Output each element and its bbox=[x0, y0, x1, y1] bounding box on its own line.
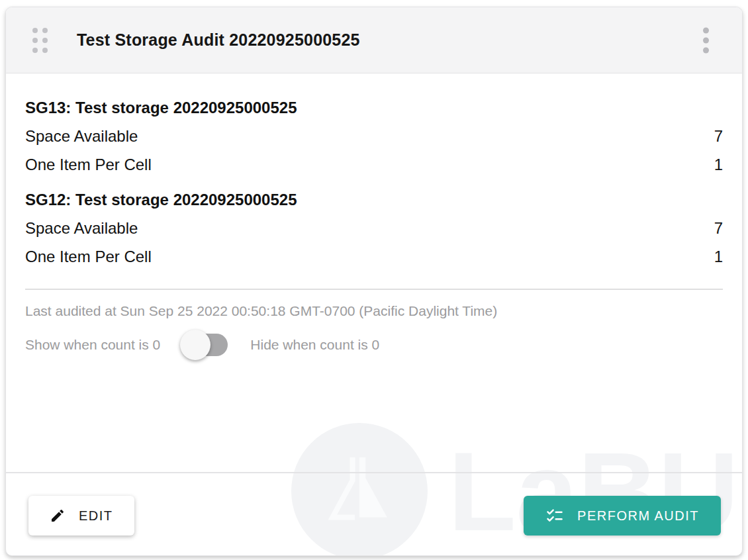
count-value: 7 bbox=[714, 214, 723, 242]
drag-handle-icon[interactable] bbox=[32, 28, 48, 53]
count-visibility-switch[interactable] bbox=[184, 334, 228, 356]
count-row: Space Available 7 bbox=[25, 122, 723, 150]
content-divider bbox=[25, 289, 723, 290]
edit-button-label: EDIT bbox=[79, 508, 113, 524]
footer-divider bbox=[6, 472, 742, 473]
storage-audit-card: LaBU Test Storage Audit 20220925000525 S… bbox=[5, 7, 743, 556]
count-label: Space Available bbox=[25, 214, 138, 242]
checklist-icon bbox=[545, 506, 564, 525]
count-row: One Item Per Cell 1 bbox=[25, 242, 723, 271]
count-label: One Item Per Cell bbox=[25, 242, 152, 271]
watermark-circle bbox=[291, 423, 428, 556]
count-label: Space Available bbox=[25, 122, 138, 150]
kebab-menu-icon[interactable] bbox=[699, 23, 713, 57]
count-row: Space Available 7 bbox=[25, 214, 723, 242]
count-visibility-toggle-row: Show when count is 0 Hide when count is … bbox=[25, 329, 723, 361]
storage-group-section: SG13: Test storage 20220925000525 Space … bbox=[25, 93, 723, 179]
last-audited-text: Last audited at Sun Sep 25 2022 00:50:18… bbox=[25, 303, 723, 320]
flask-icon bbox=[321, 453, 398, 530]
card-title: Test Storage Audit 20220925000525 bbox=[77, 30, 360, 50]
toggle-left-label: Show when count is 0 bbox=[25, 337, 160, 353]
perform-audit-button[interactable]: PERFORM AUDIT bbox=[524, 496, 721, 536]
toggle-right-label: Hide when count is 0 bbox=[250, 337, 379, 353]
count-value: 1 bbox=[714, 150, 723, 179]
count-value: 7 bbox=[714, 122, 723, 150]
section-heading: SG13: Test storage 20220925000525 bbox=[25, 93, 723, 122]
card-body: SG13: Test storage 20220925000525 Space … bbox=[6, 73, 742, 361]
count-label: One Item Per Cell bbox=[25, 150, 152, 179]
count-row: One Item Per Cell 1 bbox=[25, 150, 723, 179]
switch-thumb[interactable] bbox=[180, 330, 210, 360]
perform-audit-button-label: PERFORM AUDIT bbox=[577, 508, 699, 524]
section-heading: SG12: Test storage 20220925000525 bbox=[25, 185, 723, 214]
count-value: 1 bbox=[714, 242, 723, 271]
card-header: Test Storage Audit 20220925000525 bbox=[6, 7, 742, 73]
edit-button[interactable]: EDIT bbox=[28, 496, 134, 536]
storage-group-section: SG12: Test storage 20220925000525 Space … bbox=[25, 185, 723, 271]
pencil-icon bbox=[50, 508, 66, 524]
